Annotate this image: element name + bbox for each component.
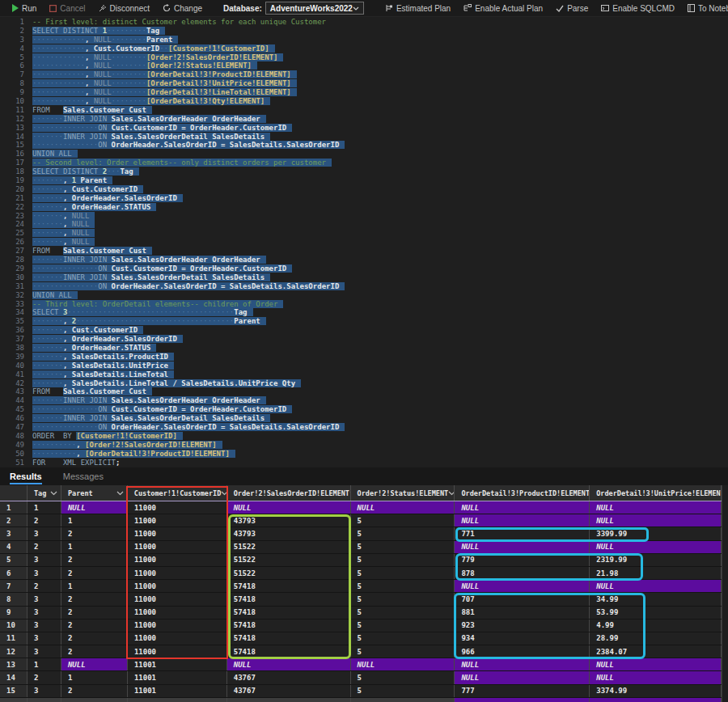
grid-cell[interactable]: 11000: [128, 632, 227, 645]
grid-cell[interactable]: 771: [455, 527, 590, 539]
grid-cell[interactable]: 3: [28, 607, 61, 619]
grid-cell[interactable]: 2: [28, 514, 61, 526]
grid-cell[interactable]: 707: [455, 593, 590, 605]
parse-button[interactable]: Parse: [551, 0, 593, 16]
grid-cell[interactable]: 5: [351, 580, 455, 592]
grid-column-header[interactable]: Customer!1!CustomerID: [128, 485, 227, 501]
grid-cell[interactable]: NULL: [455, 580, 590, 592]
grid-cell[interactable]: 11000: [128, 541, 227, 553]
grid-cell[interactable]: 4.99: [590, 620, 722, 632]
grid-cell[interactable]: 966: [455, 645, 590, 658]
row-number-cell[interactable]: 2: [0, 514, 28, 526]
grid-cell[interactable]: 3399.99: [590, 527, 722, 539]
grid-cell[interactable]: 11000: [128, 527, 227, 539]
grid-cell[interactable]: 43793: [227, 514, 351, 526]
row-number-cell[interactable]: 4: [0, 541, 28, 553]
grid-cell[interactable]: 53.99: [590, 607, 722, 619]
grid-cell[interactable]: 2: [28, 541, 61, 553]
grid-cell[interactable]: NULL: [455, 671, 590, 683]
grid-column-header[interactable]: OrderDetail!3!UnitPrice!ELEMENT: [590, 485, 722, 501]
grid-cell[interactable]: 2: [61, 527, 128, 539]
grid-cell[interactable]: 3: [28, 632, 61, 645]
row-number-cell[interactable]: 13: [0, 658, 28, 670]
grid-cell[interactable]: 923: [455, 620, 590, 632]
grid-cell[interactable]: 1: [28, 658, 61, 670]
grid-cell[interactable]: NULL: [455, 501, 590, 514]
grid-cell[interactable]: 2: [28, 671, 61, 683]
grid-cell[interactable]: 5: [351, 671, 455, 683]
grid-cell[interactable]: NULL: [455, 541, 590, 553]
grid-cell[interactable]: 5: [351, 593, 455, 605]
row-number-cell[interactable]: 10: [0, 620, 28, 632]
grid-cell[interactable]: 5: [351, 554, 455, 566]
grid-column-header[interactable]: Order!2!Status!ELEMENT: [351, 485, 455, 501]
database-dropdown[interactable]: AdventureWorks2022: [265, 2, 364, 15]
grid-cell[interactable]: NULL: [351, 501, 455, 514]
grid-cell[interactable]: 11000: [128, 593, 227, 605]
grid-cell[interactable]: NULL: [61, 658, 128, 670]
grid-cell[interactable]: 11001: [128, 671, 227, 683]
grid-cell[interactable]: 1: [61, 671, 128, 683]
grid-cell[interactable]: NULL: [455, 658, 590, 670]
grid-cell[interactable]: 11000: [128, 554, 227, 566]
to-notebook-button[interactable]: To Notebook: [683, 0, 728, 16]
grid-cell[interactable]: 11000: [128, 645, 227, 658]
row-number-cell[interactable]: 11: [0, 632, 28, 645]
grid-cell[interactable]: 2: [61, 645, 128, 658]
grid-cell[interactable]: 5: [351, 685, 455, 697]
grid-cell[interactable]: NULL: [227, 501, 351, 514]
grid-cell[interactable]: 51522: [227, 567, 351, 579]
grid-cell[interactable]: 3: [28, 554, 61, 566]
grid-cell[interactable]: 5: [351, 645, 455, 658]
grid-cell[interactable]: 2: [61, 685, 128, 697]
grid-cell[interactable]: 11001: [128, 658, 227, 670]
grid-cell[interactable]: 2: [61, 607, 128, 619]
grid-cell[interactable]: NULL: [590, 514, 722, 526]
grid-cell[interactable]: 2: [28, 580, 61, 592]
grid-cell[interactable]: 11000: [128, 514, 227, 526]
enable-sqlcmd-button[interactable]: Enable SQLCMD: [596, 0, 679, 16]
grid-cell[interactable]: 5: [351, 620, 455, 632]
grid-column-header[interactable]: OrderDetail!3!ProductID!ELEMENT: [455, 485, 590, 501]
grid-cell[interactable]: 3: [28, 620, 61, 632]
grid-cell[interactable]: 2: [61, 567, 128, 579]
grid-cell[interactable]: 2384.07: [590, 645, 722, 658]
run-button[interactable]: Run: [6, 0, 41, 16]
grid-cell[interactable]: 881: [455, 607, 590, 619]
grid-cell[interactable]: 5: [351, 607, 455, 619]
estimated-plan-button[interactable]: Estimated Plan: [380, 0, 455, 16]
grid-cell[interactable]: 57418: [227, 620, 351, 632]
tab-messages[interactable]: Messages: [63, 467, 104, 485]
grid-cell[interactable]: 1: [61, 580, 128, 592]
grid-cell[interactable]: 11000: [128, 620, 227, 632]
grid-cell[interactable]: 51522: [227, 541, 351, 553]
row-number-cell[interactable]: 8: [0, 593, 28, 605]
grid-cell[interactable]: 57418: [227, 580, 351, 592]
row-number-cell[interactable]: 14: [0, 671, 28, 683]
grid-cell[interactable]: 934: [455, 632, 590, 645]
grid-cell[interactable]: 3: [28, 567, 61, 579]
grid-cell[interactable]: 5: [351, 527, 455, 539]
grid-cell[interactable]: 11000: [128, 501, 227, 514]
sql-editor[interactable]: 1-- First level: distinct Customer eleme…: [0, 18, 728, 467]
grid-cell[interactable]: NULL: [455, 514, 590, 526]
grid-cell[interactable]: 1: [28, 501, 61, 514]
grid-column-header[interactable]: Tag: [28, 485, 61, 501]
grid-cell[interactable]: 43767: [227, 685, 351, 697]
grid-cell[interactable]: 2: [61, 554, 128, 566]
grid-cell[interactable]: NULL: [351, 658, 455, 670]
grid-cell[interactable]: 2: [61, 593, 128, 605]
grid-cell[interactable]: 777: [455, 685, 590, 697]
grid-cell[interactable]: NULL: [590, 658, 722, 670]
grid-cell[interactable]: NULL: [61, 501, 128, 514]
grid-cell[interactable]: 2: [61, 632, 128, 645]
grid-cell[interactable]: 2: [61, 620, 128, 632]
grid-cell[interactable]: 3374.99: [590, 685, 722, 697]
row-number-cell[interactable]: 7: [0, 580, 28, 592]
grid-cell[interactable]: 34.99: [590, 593, 722, 605]
grid-cell[interactable]: 3: [28, 645, 61, 658]
grid-cell[interactable]: 5: [351, 632, 455, 645]
row-number-cell[interactable]: 3: [0, 527, 28, 539]
grid-cell[interactable]: 5: [351, 567, 455, 579]
grid-cell[interactable]: 1: [61, 514, 128, 526]
